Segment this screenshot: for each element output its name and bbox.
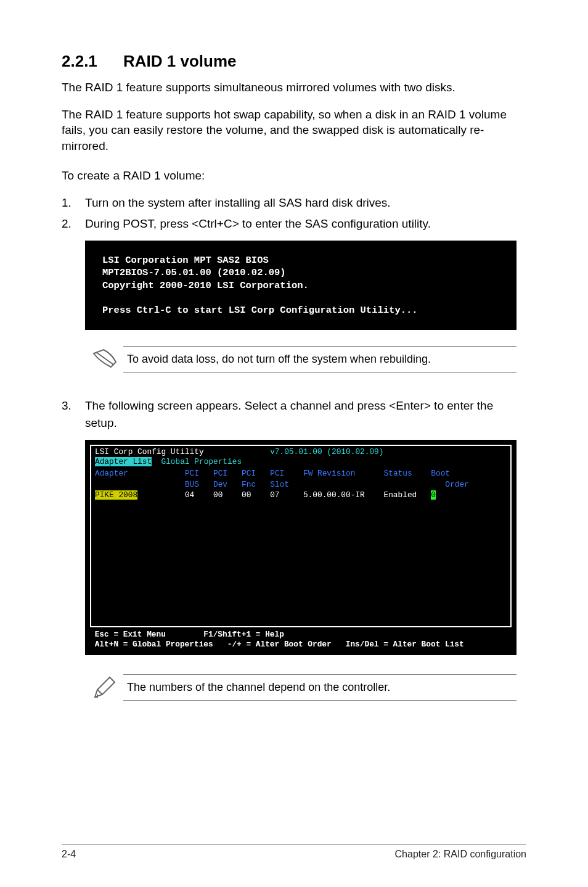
terminal-line: LSI Corporation MPT SAS2 BIOS [102,255,269,266]
list-number: 2. [62,215,85,233]
col: Order [445,480,468,489]
section-number: 2.2.1 [62,52,123,71]
note-block: To avoid data loss, do not turn off the … [85,346,517,373]
bios-column-headers: Adapter PCI PCI PCI PCI FW Revision Stat… [95,469,507,479]
col: Adapter [95,469,128,478]
list-number: 3. [62,397,85,431]
bios-hint: Ins/Del = Alter Boot List [346,640,464,649]
paragraph: To create a RAID 1 volume: [62,168,526,184]
list-text: During POST, press <Ctrl+C> to enter the… [85,215,526,233]
ordered-list: 3. The following screen appears. Select … [62,397,526,431]
bios-utility-screen: LSI Corp Config Utility v7.05.01.00 (201… [85,440,517,655]
bios-tab[interactable]: Global Properties [161,457,242,466]
bios-hint: Alt+N = Global Properties [95,640,213,649]
cell: 07 [270,490,279,500]
section-title: RAID 1 volume [123,52,237,70]
list-item: 1. Turn on the system after installing a… [62,194,526,212]
list-text: Turn on the system after installing all … [85,194,526,212]
note-text: To avoid data loss, do not turn off the … [123,346,517,373]
col: PCI [242,469,256,478]
page-number: 2-4 [62,849,76,860]
bios-inner: LSI Corp Config Utility v7.05.01.00 (201… [90,445,512,627]
note-text: The numbers of the channel depend on the… [123,674,517,701]
col: PCI [185,469,199,478]
cell: 5.00.00.00-IR [303,490,365,500]
bios-tab-active[interactable]: Adapter List [95,457,152,466]
bios-version: v7.05.01.00 (2010.02.09) [270,447,383,456]
list-text: The following screen appears. Select a c… [85,397,526,431]
terminal-line: Copyright 2000-2010 LSI Corporation. [102,280,309,291]
paragraph: The RAID 1 feature supports simultaneous… [62,80,526,96]
list-item: 3. The following screen appears. Select … [62,397,526,431]
chapter-label: Chapter 2: RAID configuration [395,849,526,860]
col: Status [384,469,412,478]
cell: Enabled [383,490,417,500]
col: BUS [185,480,199,489]
list-number: 1. [62,194,85,212]
cell: 00 [213,490,223,500]
bios-adapter-selected[interactable]: PIKE 2008 [95,490,137,500]
cell: 04 [185,490,194,500]
bios-column-headers-2: BUS Dev Fnc Slot Order [95,480,507,490]
cell: 00 [242,490,251,500]
terminal-line: Press Ctrl-C to start LSI Corp Configura… [102,305,418,316]
col: Fnc [242,480,256,489]
col: Dev [213,480,227,489]
terminal-output: LSI Corporation MPT SAS2 BIOS MPT2BIOS-7… [85,241,517,330]
bios-boot-selected[interactable]: 0 [431,490,436,500]
bios-hint: F1/Shift+1 = Help [203,630,284,639]
section-heading: 2.2.1RAID 1 volume [62,52,526,71]
bios-hint: -/+ = Alter Boot Order [227,640,332,649]
pencil-icon [85,674,123,702]
ordered-list: 1. Turn on the system after installing a… [62,194,526,232]
col: Slot [270,480,289,489]
col: Boot [431,469,450,478]
col: PCI [270,469,284,478]
terminal-line: MPT2BIOS-7.05.01.00 (2010.02.09) [102,267,286,278]
bios-empty-area [95,500,507,599]
bios-title-row: LSI Corp Config Utility v7.05.01.00 (201… [95,447,507,457]
note-icon [85,347,123,372]
bios-hint: Esc = Exit Menu [95,630,166,639]
note-block: The numbers of the channel depend on the… [85,674,517,702]
bios-data-row[interactable]: PIKE 2008 04 00 00 07 5.00.00.00-IR Enab… [95,490,507,500]
list-item: 2. During POST, press <Ctrl+C> to enter … [62,215,526,233]
bios-footer: Esc = Exit Menu F1/Shift+1 = Help Alt+N … [90,630,512,650]
col: FW Revision [303,469,355,478]
paragraph: The RAID 1 feature supports hot swap cap… [62,107,526,154]
page-footer: 2-4 Chapter 2: RAID configuration [62,844,526,860]
col: PCI [213,469,227,478]
bios-tabs: Adapter List Global Properties [95,457,507,467]
bios-title-left: LSI Corp Config Utility [95,447,204,456]
